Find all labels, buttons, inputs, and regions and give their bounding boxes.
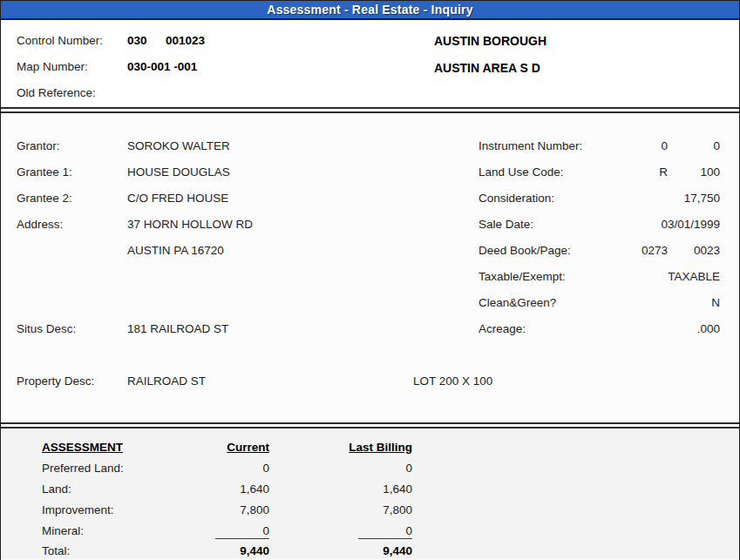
field-grantor: Grantor:SOROKO WALTER xyxy=(17,139,230,152)
grantee1-label: Grantee 1: xyxy=(17,165,127,179)
total-current: 9,440 xyxy=(158,544,269,557)
address-label: Address: xyxy=(17,218,127,231)
clean-green-value: N xyxy=(602,296,720,309)
field-control-number: Control Number:030001023 xyxy=(17,34,205,47)
deed-book-value: 0273 xyxy=(602,244,668,257)
land-use-code-letter: R xyxy=(602,165,668,179)
address-line2: AUSTIN PA 16720 xyxy=(127,244,224,257)
property-label: Property Desc: xyxy=(17,374,127,388)
field-instrument-number: Instrument Number: 00 xyxy=(479,139,720,152)
assessment-inquiry-window: Assessment - Real Estate - Inquiry Contr… xyxy=(0,0,740,560)
grantee1-value: HOUSE DOUGLAS xyxy=(127,165,230,179)
mineral-current: 0 xyxy=(215,524,269,539)
row-label: Improvement: xyxy=(42,503,114,516)
field-map-number: Map Number:030-001 -001 xyxy=(17,60,197,73)
field-address: Address:37 HORN HOLLOW RD xyxy=(17,218,253,231)
preferred-land-current: 0 xyxy=(158,462,269,475)
deed-page-value: 0023 xyxy=(668,244,720,257)
header-section: Control Number:030001023 Map Number:030-… xyxy=(1,20,739,107)
grantor-value: SOROKO WALTER xyxy=(127,139,230,152)
row-label: Total: xyxy=(42,544,70,557)
improvement-last: 7,800 xyxy=(302,503,412,516)
sale-date-value: 03/01/1999 xyxy=(602,218,720,231)
field-consideration: Consideration: 17,750 xyxy=(479,192,720,205)
window-title: Assessment - Real Estate - Inquiry xyxy=(267,3,472,17)
situs-label: Situs Desc: xyxy=(17,322,127,335)
field-land-use-code: Land Use Code: R100 xyxy=(479,165,720,179)
preferred-land-last: 0 xyxy=(302,462,412,475)
field-sale-date: Sale Date: 03/01/1999 xyxy=(479,218,720,231)
deed-book-page-label: Deed Book/Page: xyxy=(479,244,571,257)
control-number-district: 030 xyxy=(127,34,166,47)
acreage-value: .000 xyxy=(602,322,720,335)
instrument-number-value2: 0 xyxy=(668,139,720,152)
separator-top xyxy=(1,107,739,113)
separator-bottom xyxy=(1,422,739,428)
consideration-label: Consideration: xyxy=(479,192,554,205)
situs-value: 181 RAILROAD ST xyxy=(127,322,228,335)
instrument-number-value1: 0 xyxy=(602,139,668,152)
deed-section: Grantor:SOROKO WALTER Grantee 1:HOUSE DO… xyxy=(1,113,739,422)
row-label: Mineral: xyxy=(42,524,84,537)
sale-date-label: Sale Date: xyxy=(479,218,533,231)
property-lot-size: LOT 200 X 100 xyxy=(413,374,492,388)
taxable-exempt-label: Taxable/Exempt: xyxy=(479,270,566,283)
old-reference-label: Old Reference: xyxy=(17,86,127,99)
taxable-exempt-value: TAXABLE xyxy=(602,270,720,283)
borough-name: AUSTIN BOROUGH xyxy=(434,34,547,48)
assessment-title: ASSESSMENT xyxy=(42,441,123,454)
grantee2-label: Grantee 2: xyxy=(17,192,127,205)
grantee2-value: C/O FRED HOUSE xyxy=(127,192,228,205)
row-label: Land: xyxy=(42,482,71,496)
instrument-number-label: Instrument Number: xyxy=(479,139,582,152)
consideration-value: 17,750 xyxy=(602,192,720,205)
school-district-name: AUSTIN AREA S D xyxy=(434,61,540,75)
field-deed-book-page: Deed Book/Page: 02730023 xyxy=(479,244,720,257)
land-last: 1,640 xyxy=(302,482,412,496)
field-acreage: Acreage: .000 xyxy=(479,322,720,335)
mineral-last: 0 xyxy=(358,524,412,539)
row-label: Preferred Land: xyxy=(42,462,124,475)
field-clean-green: Clean&Green? N xyxy=(479,296,720,309)
field-situs-desc: Situs Desc:181 RAILROAD ST xyxy=(17,322,228,335)
column-header-current: Current xyxy=(158,441,269,454)
clean-green-label: Clean&Green? xyxy=(479,296,556,309)
land-use-code-label: Land Use Code: xyxy=(479,165,564,179)
field-taxable-exempt: Taxable/Exempt: TAXABLE xyxy=(479,270,720,283)
control-number-label: Control Number: xyxy=(17,34,127,47)
map-number-label: Map Number: xyxy=(17,60,127,73)
field-property-desc: Property Desc:RAILROAD ST LOT 200 X 100 xyxy=(17,374,714,388)
field-grantee2: Grantee 2:C/O FRED HOUSE xyxy=(17,192,228,205)
title-bar: Assessment - Real Estate - Inquiry xyxy=(1,1,739,20)
field-old-reference: Old Reference: xyxy=(17,86,127,99)
assessment-section: ASSESSMENT Current Last Billing Preferre… xyxy=(1,428,739,559)
total-last: 9,440 xyxy=(302,544,412,557)
property-value: RAILROAD ST xyxy=(127,374,206,388)
field-address-line2: AUSTIN PA 16720 xyxy=(17,244,224,257)
improvement-current: 7,800 xyxy=(158,503,269,516)
column-header-last-billing: Last Billing xyxy=(302,441,412,454)
land-use-code-number: 100 xyxy=(668,165,720,179)
field-grantee1: Grantee 1:HOUSE DOUGLAS xyxy=(17,165,230,179)
control-number-value: 001023 xyxy=(166,34,205,47)
address-line1: 37 HORN HOLLOW RD xyxy=(127,218,253,231)
grantor-label: Grantor: xyxy=(17,139,127,152)
map-number-value: 030-001 -001 xyxy=(127,60,197,73)
acreage-label: Acreage: xyxy=(479,322,526,335)
land-current: 1,640 xyxy=(158,482,269,496)
